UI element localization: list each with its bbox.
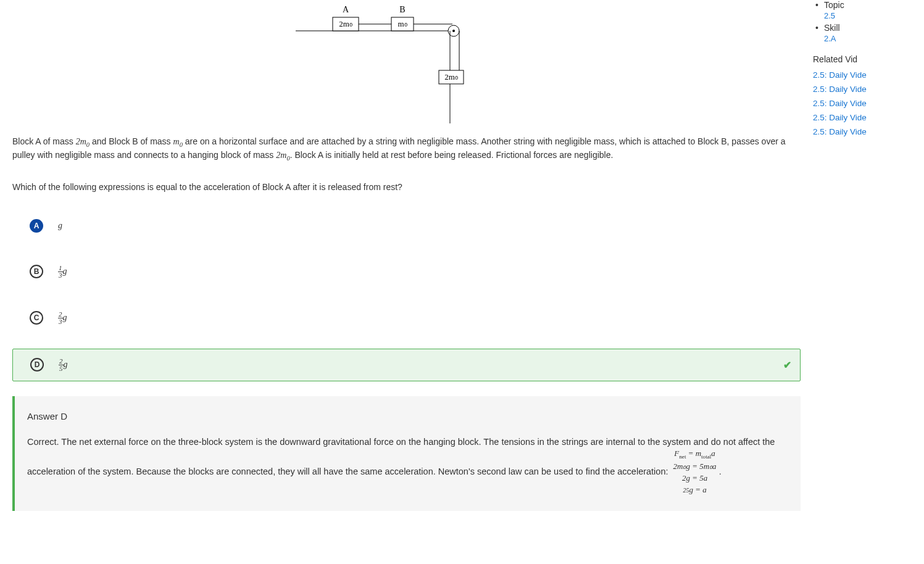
option-b-letter: B: [30, 265, 43, 278]
sidebar-topic: Topic 2.5: [813, 0, 918, 20]
option-c-letter: C: [30, 311, 43, 325]
topic-value[interactable]: 2.5: [824, 11, 918, 20]
skill-label: Skill: [824, 23, 918, 33]
video-link-4[interactable]: 2.5: Daily Vide: [813, 127, 918, 136]
sidebar-skill: Skill 2.A: [813, 23, 918, 43]
video-link-3[interactable]: 2.5: Daily Vide: [813, 113, 918, 122]
svg-point-6: [452, 30, 455, 32]
sidebar: Topic 2.5 Skill 2.A Related Vid 2.5: Dai…: [813, 0, 924, 511]
option-d-letter: D: [30, 358, 44, 371]
video-link-1[interactable]: 2.5: Daily Vide: [813, 85, 918, 94]
answer-options: A g B 13g C 23g D 25g ✔: [12, 210, 801, 381]
video-link-0[interactable]: 2.5: Daily Vide: [813, 70, 918, 80]
option-a[interactable]: A g: [20, 210, 801, 241]
explanation-body: Correct. The net external force on the t…: [27, 436, 788, 496]
block-a-label: A: [342, 5, 349, 14]
option-d-content: 25g: [59, 358, 68, 372]
block-a-mass: 2m₀: [339, 19, 352, 28]
block-b-mass: m₀: [397, 19, 407, 28]
option-c[interactable]: C 23g: [20, 302, 801, 334]
topic-label: Topic: [824, 0, 918, 10]
check-icon: ✔: [783, 359, 791, 371]
question-text: Which of the following expressions is eq…: [12, 182, 801, 192]
block-b-label: B: [399, 5, 405, 14]
hanging-mass: 2m₀: [444, 72, 458, 81]
explanation-box: Answer D Correct. The net external force…: [12, 396, 801, 511]
video-link-2[interactable]: 2.5: Daily Vide: [813, 99, 918, 108]
explanation-title: Answer D: [27, 411, 788, 421]
option-b[interactable]: B 13g: [20, 256, 801, 288]
option-b-content: 13g: [58, 265, 67, 279]
option-d[interactable]: D 25g ✔: [12, 349, 801, 381]
skill-value[interactable]: 2.A: [824, 34, 918, 43]
physics-diagram: A 2m₀ B m₀ 2m₀: [12, 0, 801, 136]
problem-statement: Block A of mass 2m0 and Block B of mass …: [12, 136, 801, 164]
related-videos-title: Related Vid: [813, 54, 918, 64]
option-a-content: g: [58, 221, 62, 231]
option-a-letter: A: [30, 219, 43, 233]
option-c-content: 23g: [58, 311, 67, 325]
